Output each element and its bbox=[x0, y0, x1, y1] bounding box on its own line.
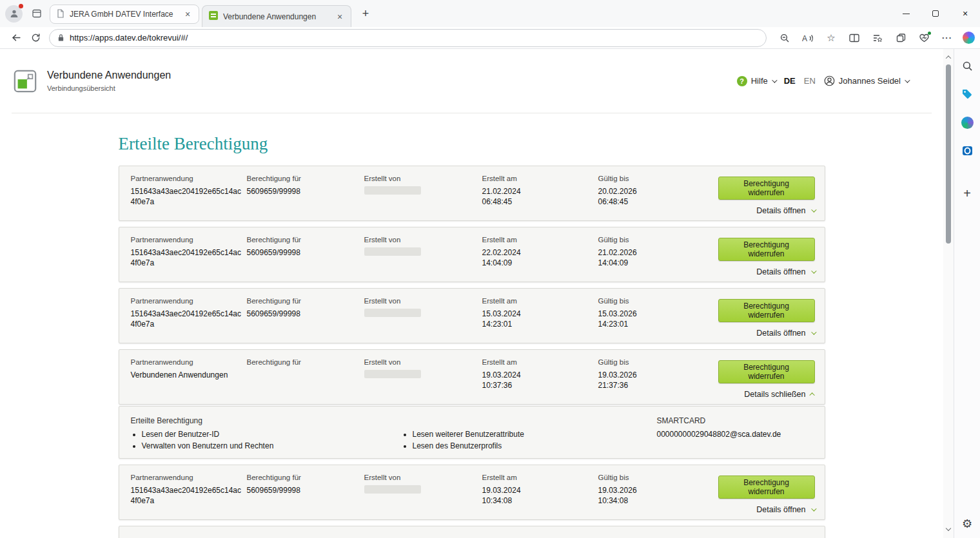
browser-toolbar: https://apps.datev.de/tokrevui/#/ A ☆ bbox=[0, 27, 980, 49]
window-close-button[interactable]: × bbox=[950, 0, 980, 27]
split-screen-button[interactable] bbox=[843, 29, 866, 47]
window-controls: × bbox=[891, 0, 980, 27]
field-label: Partneranwendung bbox=[131, 236, 247, 244]
main-content: Erteilte Berechtigung Partneranwendung15… bbox=[119, 134, 825, 538]
details-heading: Erteilte Berechtigung bbox=[131, 416, 402, 425]
sidebar-shopping-button[interactable] bbox=[959, 86, 975, 102]
details-label: Details öffnen bbox=[756, 267, 805, 276]
revoke-button[interactable]: Berechtigung widerrufen bbox=[718, 299, 815, 322]
new-tab-button[interactable]: + bbox=[357, 5, 375, 23]
help-menu[interactable]: ? Hilfe bbox=[737, 76, 776, 86]
revoke-button[interactable]: Berechtigung widerrufen bbox=[718, 238, 815, 261]
favorite-button[interactable]: ☆ bbox=[819, 29, 843, 47]
field-label: Erstellt am bbox=[482, 358, 598, 366]
permission-card: Partneranwendung151643a43aec204192e65c14… bbox=[119, 166, 825, 221]
sidebar-add-button[interactable]: + bbox=[959, 186, 975, 201]
created-date: 19.03.2024 bbox=[482, 370, 598, 380]
read-aloud-button[interactable]: A bbox=[796, 29, 819, 47]
maximize-icon bbox=[932, 10, 939, 17]
details-label: Details öffnen bbox=[756, 505, 805, 514]
partner-name: Verbundenen Anwendungen bbox=[131, 370, 247, 380]
profile-avatar[interactable] bbox=[5, 5, 23, 23]
partner-id: 151643a43aec204192e65c14ac4f0e7a bbox=[131, 186, 244, 207]
sidebar-outlook-button[interactable] bbox=[959, 143, 975, 159]
collections-button[interactable] bbox=[889, 29, 912, 47]
chevron-down-icon bbox=[946, 526, 951, 531]
notification-badge bbox=[19, 4, 23, 8]
back-button[interactable] bbox=[6, 29, 26, 47]
user-name: Johannes Seidel bbox=[839, 76, 901, 86]
tab-close-icon[interactable]: × bbox=[334, 11, 346, 23]
revoke-button[interactable]: Berechtigung widerrufen bbox=[718, 360, 815, 383]
created-time: 14:23:01 bbox=[482, 319, 598, 329]
split-screen-icon bbox=[849, 34, 859, 43]
m365-app-icon bbox=[961, 117, 974, 129]
browser-window: JERA GmbH DATEV Interface × Verbundene A… bbox=[0, 0, 980, 538]
valid-date: 19.03.2026 bbox=[598, 485, 718, 495]
field-label: Erstellt am bbox=[482, 236, 598, 244]
favorites-bar-button[interactable] bbox=[866, 29, 889, 47]
revoke-button[interactable]: Berechtigung widerrufen bbox=[718, 177, 815, 200]
field-label: Gültig bis bbox=[598, 474, 718, 481]
scroll-down-arrow[interactable] bbox=[943, 524, 954, 533]
chevron-down-icon bbox=[811, 268, 816, 273]
maximize-button[interactable] bbox=[921, 0, 950, 27]
app-title: Verbundene Anwendungen bbox=[47, 70, 171, 81]
address-bar[interactable]: https://apps.datev.de/tokrevui/#/ bbox=[49, 29, 767, 47]
valid-date: 19.03.2026 bbox=[598, 370, 718, 380]
minimize-icon bbox=[903, 14, 910, 14]
valid-date: 21.02.2026 bbox=[598, 247, 718, 258]
page-scrollbar[interactable] bbox=[943, 49, 954, 538]
partner-id: 151643a43aec204192e65c14ac4f0e7a bbox=[131, 247, 244, 268]
permission-card: Partneranwendung151643a43aec204192e65c14… bbox=[119, 465, 825, 520]
person-icon bbox=[9, 8, 19, 19]
tab-verbundene-anwendungen[interactable]: Verbundene Anwendungen × bbox=[202, 5, 351, 27]
details-toggle[interactable]: Details öffnen bbox=[756, 505, 814, 514]
browser-essentials-button[interactable] bbox=[912, 29, 936, 47]
tab-close-icon[interactable]: × bbox=[182, 8, 193, 20]
tab-title: Verbundene Anwendungen bbox=[223, 12, 329, 21]
grantee-value: 5609659/99998 bbox=[247, 247, 364, 258]
web-page: Verbundene Anwendungen Verbindungsübersi… bbox=[0, 49, 943, 538]
read-aloud-icon: A bbox=[802, 34, 814, 43]
chevron-up-icon bbox=[809, 392, 814, 398]
details-toggle[interactable]: Details öffnen bbox=[756, 206, 814, 215]
collections-icon bbox=[896, 34, 906, 43]
details-toggle[interactable]: Details schließen bbox=[744, 390, 814, 399]
settings-more-button[interactable]: ··· bbox=[936, 29, 959, 47]
language-de[interactable]: DE bbox=[784, 76, 796, 86]
field-label: Berechtigung für bbox=[247, 358, 364, 366]
field-label: Partneranwendung bbox=[131, 175, 247, 182]
details-toggle[interactable]: Details öffnen bbox=[756, 329, 814, 338]
scrollbar-thumb[interactable] bbox=[946, 64, 951, 244]
permission-item: Lesen des Benutzerprofils bbox=[413, 441, 657, 450]
zoom-button[interactable] bbox=[773, 29, 796, 47]
scroll-up-arrow[interactable] bbox=[943, 53, 954, 62]
redacted-value bbox=[364, 309, 421, 317]
language-en[interactable]: EN bbox=[804, 76, 816, 86]
datev-favicon-icon bbox=[209, 11, 218, 22]
user-menu[interactable]: Johannes Seidel bbox=[824, 75, 908, 86]
tab-jera[interactable]: JERA GmbH DATEV Interface × bbox=[50, 5, 199, 24]
search-icon bbox=[962, 61, 973, 72]
permissions-list: Lesen der Benutzer-ID Verwalten von Benu… bbox=[131, 430, 402, 450]
user-icon bbox=[824, 75, 835, 86]
revoke-button[interactable]: Berechtigung widerrufen bbox=[718, 476, 815, 499]
auth-method-label: SMARTCARD bbox=[657, 416, 815, 425]
sidebar-settings-button[interactable]: ⚙ bbox=[959, 516, 975, 532]
help-icon: ? bbox=[737, 76, 747, 86]
sidebar-m365-button[interactable] bbox=[959, 115, 975, 130]
tab-actions-icon[interactable] bbox=[29, 6, 44, 21]
minimize-button[interactable] bbox=[891, 0, 921, 27]
app-header: Verbundene Anwendungen Verbindungsübersi… bbox=[12, 49, 932, 113]
redacted-value bbox=[364, 485, 421, 494]
chevron-down-icon bbox=[772, 77, 777, 82]
chevron-down-icon bbox=[811, 329, 816, 334]
details-toggle[interactable]: Details öffnen bbox=[756, 267, 814, 276]
refresh-button[interactable] bbox=[26, 29, 45, 47]
field-label: Erstellt am bbox=[482, 297, 598, 305]
field-label: Erstellt von bbox=[364, 175, 482, 182]
sidebar-search-button[interactable] bbox=[959, 58, 975, 73]
copilot-icon[interactable] bbox=[963, 32, 975, 44]
redacted-value bbox=[364, 247, 421, 256]
